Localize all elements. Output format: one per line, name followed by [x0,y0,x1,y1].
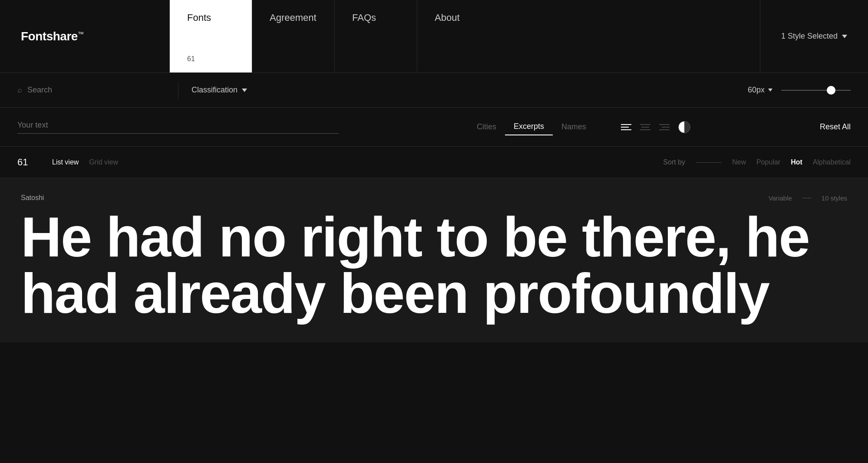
list-bar: 61 List view Grid view Sort by New Popul… [0,147,868,178]
size-slider[interactable] [781,90,851,91]
text-input-container [17,121,339,134]
filter-bar: ⌕ Classification 60px [0,73,868,108]
tab-excerpts[interactable]: Excerpts [505,118,553,135]
contrast-toggle-button[interactable] [678,121,690,133]
chevron-down-icon [842,35,847,38]
search-icon: ⌕ [17,85,22,95]
sort-divider [696,162,722,163]
align-center-button[interactable] [640,124,650,130]
search-input[interactable] [27,85,132,95]
search-container: ⌕ [17,85,165,95]
size-chevron-icon [768,89,772,92]
size-control: 60px [748,85,851,95]
view-toggle: List view Grid view [52,158,118,166]
font-card-meta: Variable 10 styles [769,194,847,202]
size-slider-container [781,90,851,91]
sort-popular[interactable]: Popular [756,158,780,166]
sort-hot[interactable]: Hot [791,158,802,166]
logo[interactable]: Fontshare™ [0,0,169,72]
tab-cities[interactable]: Cities [468,119,505,135]
main-nav: Fontshare™ Fonts 61 Agreement FAQs About… [0,0,868,73]
font-card-header: Satoshi Variable 10 styles [21,194,847,202]
nav-item-agreement[interactable]: Agreement [252,0,334,72]
nav-item-about[interactable]: About [417,0,499,72]
font-tag: Variable [769,194,792,202]
font-card[interactable]: Satoshi Variable 10 styles He had no rig… [0,178,868,342]
brand-name: Fontshare™ [21,30,83,43]
font-count: 61 [17,157,52,168]
style-selected-dropdown[interactable]: 1 Style Selected [760,0,868,72]
classification-chevron-icon [242,89,247,92]
preview-text-input[interactable] [17,121,339,130]
text-tabs: Cities Excerpts Names [468,118,595,135]
sort-new[interactable]: New [732,158,746,166]
sort-controls: Sort by New Popular Hot Alphabetical [663,158,851,166]
grid-view-button[interactable]: Grid view [89,158,118,166]
font-preview: He had no right to be there, he had alre… [21,209,847,322]
tab-names[interactable]: Names [553,119,595,135]
classification-dropdown[interactable]: Classification [191,85,278,95]
size-label[interactable]: 60px [748,85,772,95]
nav-item-fonts[interactable]: Fonts 61 [169,0,252,72]
align-right-button[interactable] [659,124,670,130]
list-view-button[interactable]: List view [52,158,79,166]
filter-divider [178,82,178,99]
align-left-button[interactable] [621,124,631,130]
reset-all-button[interactable]: Reset All [820,122,851,131]
nav-item-faqs[interactable]: FAQs [334,0,417,72]
text-bar: Cities Excerpts Names Reset All [0,108,868,147]
font-name: Satoshi [21,194,44,202]
font-styles: 10 styles [822,194,847,202]
sort-alphabetical[interactable]: Alphabetical [813,158,851,166]
meta-divider [802,198,811,198]
align-controls [621,121,690,133]
